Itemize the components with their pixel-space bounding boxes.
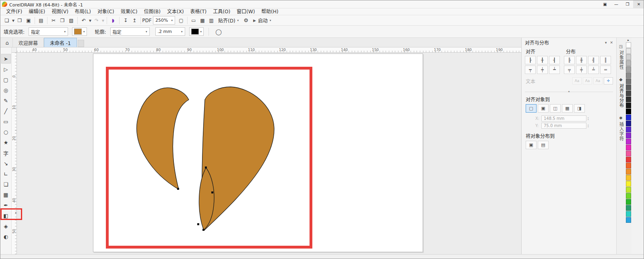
ellipse-tool[interactable]: ○ bbox=[1, 127, 11, 137]
save-icon[interactable]: ▣ bbox=[24, 16, 33, 25]
y-coordinate-field[interactable]: 75.0 mm bbox=[541, 123, 586, 129]
two-point-line-tool[interactable]: ╱ bbox=[1, 106, 11, 116]
redo-caret[interactable]: ▾ bbox=[101, 16, 105, 25]
menu-view[interactable]: 视图(V) bbox=[48, 8, 72, 15]
horizontal-ruler[interactable]: 4050607080901001101201301401501601701801… bbox=[17, 47, 521, 53]
new-document-icon[interactable]: ❏ bbox=[2, 16, 11, 25]
palette-color-swatch[interactable] bbox=[626, 97, 631, 102]
menu-window[interactable]: 窗口(W) bbox=[233, 8, 258, 15]
palette-color-swatch[interactable] bbox=[626, 48, 631, 54]
palette-color-swatch[interactable] bbox=[626, 157, 631, 162]
open-icon[interactable]: ❒ bbox=[15, 16, 24, 25]
palette-color-swatch[interactable] bbox=[626, 84, 631, 90]
palette-color-swatch[interactable] bbox=[626, 54, 631, 60]
pick-tool[interactable]: ➤ bbox=[1, 54, 11, 64]
text-bounding-box-icon[interactable]: Aa bbox=[593, 77, 603, 84]
side-tab-insert-character[interactable]: ✱ 插入字符 bbox=[618, 116, 624, 141]
copy-icon[interactable]: ❐ bbox=[58, 16, 67, 25]
distribute-spacing-h-icon[interactable]: ║ bbox=[600, 56, 611, 64]
curve-node[interactable] bbox=[205, 166, 207, 169]
x-coordinate-field[interactable]: 148.5 mm bbox=[541, 115, 586, 121]
transparency-tool[interactable]: ▦ bbox=[1, 190, 11, 199]
palette-color-swatch[interactable] bbox=[626, 103, 631, 108]
palette-color-swatch[interactable] bbox=[626, 175, 631, 181]
undo-icon[interactable]: ↶ bbox=[79, 16, 88, 25]
import-icon[interactable]: ↧ bbox=[121, 16, 130, 25]
fill-color-picker[interactable]: ▾ bbox=[72, 27, 87, 36]
interactive-fill-tool[interactable]: ◐ bbox=[1, 232, 11, 241]
publish-pdf-icon[interactable]: PDF bbox=[142, 16, 151, 25]
side-tab-object-properties[interactable]: ◳ 对象属性 bbox=[618, 44, 624, 70]
vertical-ruler[interactable]: 01020304050 bbox=[12, 53, 17, 254]
fullscreen-preview-icon[interactable]: ▢ bbox=[177, 16, 186, 25]
side-tab-align-distribute[interactable]: ✥ 对齐与分布 bbox=[618, 78, 624, 108]
heart-left-petal-path[interactable] bbox=[137, 88, 189, 189]
text-tool[interactable]: 字 bbox=[1, 148, 11, 158]
outline-options-combo[interactable]: 指定 ▾ bbox=[110, 27, 150, 36]
palette-color-swatch[interactable] bbox=[626, 193, 631, 199]
palette-color-swatch[interactable] bbox=[626, 139, 631, 144]
parallel-dimension-tool[interactable]: ↘ bbox=[1, 158, 11, 168]
palette-color-swatch[interactable] bbox=[626, 115, 631, 120]
search-content-icon[interactable]: ◗ bbox=[109, 16, 118, 25]
palette-color-swatch[interactable] bbox=[626, 211, 631, 217]
palette-color-swatch[interactable] bbox=[626, 169, 631, 175]
tab-stub[interactable] bbox=[78, 40, 84, 47]
palette-color-swatch[interactable] bbox=[626, 163, 631, 169]
palette-scroll-icon[interactable]: ▸ bbox=[627, 39, 629, 42]
snap-to-dropdown[interactable]: 贴齐(D) ▾ bbox=[216, 16, 241, 25]
palette-color-swatch[interactable] bbox=[626, 187, 631, 193]
show-grid-icon[interactable]: ▦ bbox=[198, 16, 207, 25]
align-to-active-object-icon[interactable]: ▢ bbox=[526, 104, 537, 113]
menu-help[interactable]: 帮助(H) bbox=[258, 8, 281, 15]
text-last-line-baseline-icon[interactable]: Aa bbox=[583, 77, 592, 84]
menu-file[interactable]: 文件(F) bbox=[3, 8, 25, 15]
distribute-center-h-icon[interactable]: ╫ bbox=[576, 56, 587, 64]
round-corner-icon[interactable]: ◯ bbox=[214, 27, 223, 36]
options-gear-icon[interactable]: ⚙ bbox=[241, 16, 251, 25]
menu-object[interactable]: 对象(C) bbox=[94, 8, 118, 15]
y-spinner[interactable]: ▴▾ bbox=[588, 124, 589, 128]
maximize-button[interactable]: ❐ bbox=[622, 0, 633, 8]
undo-caret[interactable]: ▾ bbox=[88, 16, 92, 25]
distribute-right-icon[interactable]: ╢ bbox=[588, 56, 599, 64]
palette-color-swatch[interactable] bbox=[626, 72, 631, 78]
palette-color-swatch[interactable] bbox=[626, 199, 631, 205]
distribute-spacing-v-icon[interactable]: ═ bbox=[600, 66, 611, 74]
align-to-page-edge-icon[interactable]: ▣ bbox=[538, 104, 549, 113]
close-button[interactable]: ✕ bbox=[633, 0, 644, 8]
distribute-top-icon[interactable]: ╤ bbox=[564, 66, 575, 74]
new-document-caret[interactable]: ▾ bbox=[11, 16, 15, 25]
palette-color-swatch[interactable] bbox=[626, 66, 631, 72]
polygon-tool[interactable]: ★ bbox=[1, 138, 11, 147]
zoom-tool[interactable]: ◎ bbox=[1, 85, 11, 95]
cut-icon[interactable]: ✂ bbox=[49, 16, 58, 25]
outline-color-picker[interactable]: ▾ bbox=[189, 27, 204, 36]
specify-point-icon[interactable]: ✛ bbox=[604, 77, 613, 84]
align-top-icon[interactable]: ┯ bbox=[525, 66, 536, 74]
extent-of-selection-icon[interactable]: ▣ bbox=[526, 141, 537, 149]
palette-color-swatch[interactable] bbox=[626, 181, 631, 187]
workspace-icon[interactable]: ▣ bbox=[599, 0, 611, 8]
palette-color-swatch[interactable] bbox=[626, 217, 631, 223]
curve-node[interactable] bbox=[177, 188, 179, 190]
x-spinner[interactable]: ▴▾ bbox=[588, 117, 589, 121]
home-tab-icon[interactable]: ⌂ bbox=[2, 38, 13, 47]
palette-color-swatch[interactable] bbox=[626, 42, 631, 48]
menu-edit[interactable]: 编辑(E) bbox=[25, 8, 48, 15]
menu-text[interactable]: 文本(X) bbox=[164, 8, 187, 15]
ruler-origin-button[interactable] bbox=[12, 47, 17, 53]
curve-node[interactable] bbox=[202, 229, 204, 231]
align-to-page-center-icon[interactable]: ◫ bbox=[550, 104, 561, 113]
tab-welcome-screen[interactable]: 欢迎屏幕 bbox=[13, 38, 44, 47]
minimize-button[interactable]: — bbox=[611, 0, 622, 8]
redo-icon[interactable]: ↷ bbox=[92, 16, 101, 25]
palette-color-swatch[interactable] bbox=[626, 109, 631, 114]
zoom-level-combo[interactable]: 250% ▾ bbox=[153, 16, 175, 25]
align-right-icon[interactable]: ┨ bbox=[549, 56, 560, 64]
crop-tool[interactable]: ▢ bbox=[1, 75, 11, 84]
menu-table[interactable]: 表格(T) bbox=[187, 8, 210, 15]
align-left-icon[interactable]: ┠ bbox=[525, 56, 536, 64]
connector-tool[interactable]: ∟ bbox=[1, 169, 11, 179]
docker-collapse-icon[interactable]: ▾ bbox=[605, 41, 607, 45]
